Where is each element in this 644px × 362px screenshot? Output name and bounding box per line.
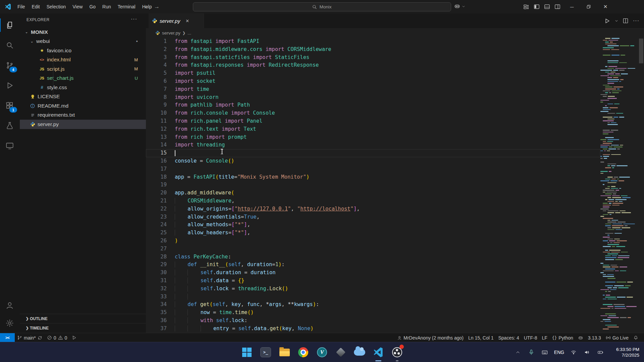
taskbar-chrome-icon[interactable]	[294, 342, 313, 362]
activity-extensions-icon[interactable]: 1	[0, 97, 19, 114]
copilot-menu[interactable]	[454, 3, 465, 10]
line-number[interactable]: 5	[146, 69, 167, 77]
activity-run-debug-icon[interactable]	[0, 77, 19, 94]
scrollbar-thumb[interactable]	[639, 39, 643, 63]
command-center-search[interactable]: Monix	[193, 2, 451, 11]
line-number[interactable]: 13	[146, 133, 167, 141]
status-git-blame[interactable]: MrDevAnony (2 months ago)	[395, 333, 466, 342]
explorer-item-script-js[interactable]: JSscript.jsM	[20, 64, 146, 74]
breadcrumb-file[interactable]: server.py	[162, 31, 180, 36]
tray-touch-keyboard-icon[interactable]	[538, 349, 551, 355]
toggle-secondary-sidebar-icon[interactable]	[554, 4, 560, 10]
taskbar-file-explorer-icon[interactable]	[275, 342, 294, 362]
explorer-item-root[interactable]: ⌄MONIX	[20, 27, 146, 37]
code-line-21[interactable]: 21 CORSMiddleware,	[146, 197, 600, 205]
line-number[interactable]: 12	[146, 125, 167, 133]
menu-view[interactable]: View	[69, 2, 86, 11]
taskbar-v-app-icon[interactable]: V	[313, 342, 331, 362]
close-button[interactable]: ✕	[597, 0, 614, 13]
line-number[interactable]: 32	[146, 285, 167, 293]
code-editor[interactable]: 1from fastapi import FastAPI2from fastap…	[146, 38, 600, 333]
code-line-25[interactable]: 25 allow_headers=["*"],	[146, 229, 600, 237]
status-python-version[interactable]: 3.13.3	[586, 333, 603, 342]
line-number[interactable]: 24	[146, 221, 167, 229]
tray-microphone-icon[interactable]	[525, 349, 538, 355]
status-language-mode[interactable]: {}Python	[550, 333, 576, 342]
code-line-23[interactable]: 23 allow_credentials=True,	[146, 213, 600, 221]
code-line-24[interactable]: 24 allow_methods=["*"],	[146, 221, 600, 229]
explorer-actions-icon[interactable]: ···	[131, 16, 137, 22]
activity-source-control-icon[interactable]: 4	[0, 57, 19, 74]
explorer-item-requirements-txt[interactable]: requirements.txt	[20, 111, 146, 120]
tray-wifi-icon[interactable]	[567, 349, 580, 355]
code-line-1[interactable]: 1from fastapi import FastAPI	[146, 38, 600, 46]
code-line-12[interactable]: 12from rich.text import Text	[146, 125, 600, 133]
line-number[interactable]: 17	[146, 165, 167, 173]
code-line-2[interactable]: 2from fastapi.middleware.cors import COR…	[146, 46, 600, 54]
explorer-item-license[interactable]: LICENSE	[20, 92, 146, 102]
line-number[interactable]: 35	[146, 309, 167, 317]
line-number[interactable]: 11	[146, 117, 167, 125]
line-number[interactable]: 18	[146, 173, 167, 181]
run-dropdown-chevron-icon[interactable]	[615, 19, 618, 22]
code-line-33[interactable]: 33	[146, 293, 600, 301]
line-number[interactable]: 14	[146, 141, 167, 149]
timeline-section[interactable]: ❯TIMELINE	[20, 323, 146, 333]
code-line-6[interactable]: 6import socket	[146, 77, 600, 85]
tray-volume-icon[interactable]	[580, 349, 594, 355]
line-number[interactable]: 37	[146, 325, 167, 333]
code-line-5[interactable]: 5import psutil	[146, 69, 600, 77]
activity-explorer-icon[interactable]	[0, 16, 19, 34]
code-line-4[interactable]: 4from fastapi.responses import RedirectR…	[146, 61, 600, 69]
code-line-22[interactable]: 22 allow_origins=["http://127.0.0.1", "h…	[146, 205, 600, 213]
code-line-35[interactable]: 35 now = time.time()	[146, 309, 600, 317]
code-line-15[interactable]: 15	[146, 149, 600, 157]
menu-selection[interactable]: Selection	[43, 2, 69, 11]
line-number[interactable]: 3	[146, 54, 167, 62]
forward-arrow-icon[interactable]: →	[154, 3, 160, 10]
status-branch[interactable]: main*	[15, 333, 45, 342]
minimap[interactable]	[600, 38, 638, 333]
activity-search-icon[interactable]	[0, 37, 19, 54]
activity-remote-explorer-icon[interactable]	[0, 137, 19, 155]
line-number[interactable]: 30	[146, 269, 167, 277]
line-number[interactable]: 31	[146, 277, 167, 285]
menu-file[interactable]: File	[14, 2, 29, 11]
line-number[interactable]: 1	[146, 38, 167, 46]
status-go-live[interactable]: Go Live	[603, 333, 631, 342]
status-copilot[interactable]	[576, 333, 586, 342]
code-line-30[interactable]: 30 self.duration = duration	[146, 269, 600, 277]
back-arrow-icon[interactable]: ←	[144, 3, 149, 10]
line-number[interactable]: 29	[146, 261, 167, 269]
taskbar-start-icon[interactable]	[237, 342, 256, 362]
line-number[interactable]: 7	[146, 85, 167, 94]
code-line-20[interactable]: 20app.add_middleware(	[146, 189, 600, 197]
code-line-28[interactable]: 28class PerKeyCache:	[146, 253, 600, 261]
code-line-17[interactable]: 17	[146, 165, 600, 173]
line-number[interactable]: 20	[146, 189, 167, 197]
code-line-8[interactable]: 8import uvicorn	[146, 94, 600, 102]
restore-button[interactable]	[580, 0, 597, 13]
breadcrumb-more[interactable]: ...	[187, 31, 191, 36]
menu-terminal[interactable]: Terminal	[114, 2, 139, 11]
customize-layout-icon[interactable]	[523, 4, 529, 10]
line-number[interactable]: 28	[146, 253, 167, 261]
toggle-panel-icon[interactable]	[544, 4, 550, 10]
line-number[interactable]: 36	[146, 317, 167, 325]
status-notifications[interactable]	[631, 333, 641, 342]
line-number[interactable]: 26	[146, 237, 167, 245]
explorer-item-readme-md[interactable]: README.md	[20, 101, 146, 111]
remote-indicator[interactable]: ><	[0, 333, 15, 342]
activity-testing-icon[interactable]	[0, 117, 19, 134]
explorer-item-set-chart-js[interactable]: JSset_chart.jsU	[20, 74, 146, 83]
tray-language[interactable]: ENG	[551, 350, 567, 355]
code-line-37[interactable]: 37 entry = self.data.get(key, None)	[146, 325, 600, 333]
code-line-14[interactable]: 14import threading	[146, 141, 600, 149]
status-problems[interactable]: 00	[45, 333, 70, 342]
menu-run[interactable]: Run	[99, 2, 114, 11]
taskbar-vscode-icon[interactable]	[369, 342, 388, 362]
line-number[interactable]: 6	[146, 77, 167, 85]
status-debug-status[interactable]	[69, 333, 79, 342]
taskbar-cloud-app-icon[interactable]	[350, 342, 369, 362]
code-line-31[interactable]: 31 self.data = {}	[146, 277, 600, 285]
